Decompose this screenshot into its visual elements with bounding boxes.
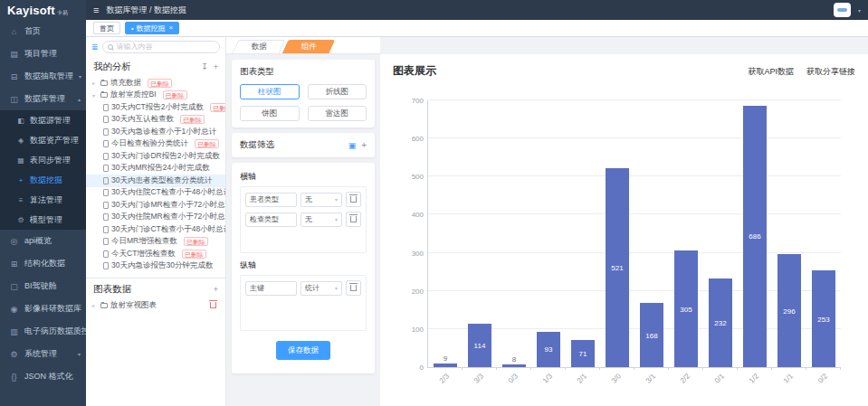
- chart-bar: 305: [674, 250, 697, 367]
- tree-item[interactable]: 30天内住院MR检查小于72小时总计: [86, 212, 225, 224]
- link-获取API数据[interactable]: 获取API数据: [748, 66, 794, 78]
- user-avatar[interactable]: [834, 3, 851, 17]
- tree-item[interactable]: 今天CT增强检查数已删除: [86, 248, 225, 260]
- add-filter-icon[interactable]: +: [361, 140, 367, 150]
- link-获取分享链接[interactable]: 获取分享链接: [806, 66, 855, 78]
- tree-item[interactable]: ▸填充数据已删除: [86, 77, 225, 90]
- axis-agg-select[interactable]: 无▾: [300, 212, 342, 227]
- tree-item[interactable]: 30天内急诊报告30分钟完成数: [86, 260, 225, 273]
- tab-数据挖掘[interactable]: •数据挖掘×: [125, 22, 179, 34]
- chart-bar-slot: 80/3: [497, 100, 531, 367]
- tree-item[interactable]: 30天内患者类型检查分类统计: [86, 175, 225, 187]
- tree-item[interactable]: 30天内门诊DR报告2小时完成数: [86, 150, 225, 163]
- file-icon: [103, 140, 109, 147]
- tab-close-icon[interactable]: ×: [168, 24, 173, 32]
- save-data-button[interactable]: 保存数据: [276, 341, 330, 360]
- chart-data-title: 图表数据: [93, 283, 131, 296]
- sidebar-item-数据抽取管理[interactable]: ⊟数据抽取管理▾: [0, 65, 86, 88]
- analysis-title: 我的分析: [93, 61, 131, 73]
- y-tick-label: 500: [412, 173, 424, 181]
- caret-icon[interactable]: ▸: [92, 80, 98, 86]
- y-tick-label: 400: [412, 211, 424, 219]
- hamburger-icon[interactable]: ≡: [93, 5, 99, 15]
- import-icon[interactable]: ↧: [201, 62, 208, 71]
- config-tab-label: 组件: [300, 42, 316, 52]
- sidebar-item-BI驾驶舱[interactable]: ▢BI驾驶舱: [0, 275, 86, 297]
- search-input[interactable]: [117, 42, 215, 51]
- sidebar-item-label: 数据库管理: [24, 93, 65, 105]
- chart-type-折线图[interactable]: 折线图: [308, 84, 367, 99]
- sidebar-item-数据资产管理[interactable]: ◈数据资产管理: [0, 130, 86, 150]
- axes-card: 横轴 患者类型无▾检查类型无▾ 纵轴 主键统计▾ 保存数据: [232, 163, 375, 373]
- sidebar-item-系统管理[interactable]: ⚙系统管理▾: [0, 343, 86, 365]
- database-icon: ◫: [9, 95, 19, 104]
- y-axis-box: 主键统计▾: [240, 275, 367, 331]
- tree-item[interactable]: ▾放射室质控BI已删除: [86, 90, 225, 102]
- x-axis-tick: [565, 367, 566, 370]
- axis-agg-select[interactable]: 统计▾: [300, 281, 342, 296]
- axis-agg-value: 统计: [305, 283, 320, 293]
- axis-delete-button[interactable]: [346, 212, 361, 227]
- trash-icon[interactable]: [210, 302, 216, 308]
- x-tick-label: 1/2: [748, 372, 760, 384]
- axis-field[interactable]: 主键: [245, 281, 297, 296]
- avatar-chevron-down-icon[interactable]: ▾: [858, 7, 861, 14]
- tab-active-dot-icon: •: [131, 25, 133, 32]
- emr-icon: ▥: [9, 327, 19, 336]
- tree-item[interactable]: 30天内急诊检查小于1小时总计: [86, 126, 225, 138]
- sidebar-item-首页[interactable]: ⌂首页: [0, 20, 86, 42]
- sidebar-item-数据挖掘[interactable]: +数据挖掘: [0, 170, 86, 190]
- tree-item[interactable]: 30天内MR报告24小时完成数: [86, 163, 225, 175]
- sidebar-item-数据源管理[interactable]: ◧数据源管理: [0, 110, 86, 130]
- y-tick-label: 600: [412, 135, 424, 143]
- sidebar-item-api概览[interactable]: ◎api概览: [0, 230, 86, 252]
- panel-menu-icon[interactable]: ≣: [91, 42, 99, 52]
- chart-type-饼图[interactable]: 饼图: [240, 106, 300, 121]
- tree-item[interactable]: ▸放射室视图表: [86, 299, 225, 312]
- axis-field[interactable]: 患者类型: [245, 193, 297, 207]
- tree-item[interactable]: 今日MR增强检查数已删除: [86, 236, 225, 249]
- content: ≣ 我的分析 ↧ + ▸填充数据已删除▾放射室质控BI已删除30天内CT报告2小…: [86, 37, 868, 406]
- filter-icon[interactable]: ▣: [348, 141, 357, 150]
- chevron-down-icon: ▾: [335, 216, 338, 222]
- tree-item-label: 30天内住院MR检查小于72小时总计: [111, 212, 225, 222]
- chart-bar-slot: 92/3: [428, 100, 463, 367]
- axis-field[interactable]: 检查类型: [245, 212, 297, 227]
- tree-item[interactable]: 30天内CT报告2小时完成数已删除: [86, 101, 225, 114]
- sidebar-item-模型管理[interactable]: ⚙模型管理: [0, 210, 86, 230]
- config-tab-数据[interactable]: 数据: [233, 40, 286, 53]
- sidebar-item-影像科研数据库[interactable]: ◉影像科研数据库: [0, 297, 86, 320]
- config-tab-组件[interactable]: 组件: [282, 40, 336, 53]
- sidebar-item-项目管理[interactable]: ▤项目管理: [0, 42, 86, 65]
- tree-item[interactable]: 30天内门诊MR检查小于72小时总计: [86, 199, 225, 212]
- sidebar-item-电子病历数据质控[interactable]: ▥电子病历数据质控: [0, 320, 86, 343]
- tree-item[interactable]: 30天内门诊CT检查小于48小时总计: [86, 223, 225, 236]
- sidebar-item-算法管理[interactable]: ≡算法管理: [0, 190, 86, 210]
- tree-item[interactable]: 30天内互认检查数已删除: [86, 114, 225, 127]
- add-analysis-icon[interactable]: +: [214, 62, 218, 71]
- axis-delete-button[interactable]: [346, 280, 361, 296]
- x-tick-label: 1/1: [782, 372, 795, 384]
- chart-bar-slot: 2530/2: [806, 100, 841, 367]
- brand-logo[interactable]: Kayisoft 卡易: [0, 0, 86, 20]
- axis-agg-select[interactable]: 无▾: [300, 193, 342, 207]
- chevron-down-icon: ▾: [79, 73, 81, 80]
- sidebar-item-结构化数据[interactable]: ⊞结构化数据: [0, 252, 86, 275]
- axis-row: 检查类型无▾: [245, 212, 361, 227]
- tree-item[interactable]: 今日检查检验分类统计已删除: [86, 138, 225, 151]
- caret-icon[interactable]: ▸: [92, 302, 98, 308]
- chart-type-柱状图[interactable]: 柱状图: [240, 84, 300, 99]
- x-axis-tick: [840, 367, 841, 370]
- deleted-badge: 已删除: [148, 79, 172, 88]
- add-chart-data-icon[interactable]: +: [214, 285, 218, 294]
- sidebar-item-JSON 格式化[interactable]: {}JSON 格式化: [0, 365, 86, 388]
- sidebar-item-数据库管理[interactable]: ◫数据库管理▴: [0, 88, 86, 110]
- mining-icon: +: [16, 176, 25, 184]
- extract-icon: ⊟: [9, 72, 19, 81]
- axis-delete-button[interactable]: [346, 192, 361, 207]
- tab-首页[interactable]: 首页: [93, 22, 120, 34]
- tree-item[interactable]: 30天内住院CT检查小于48小时总计: [86, 187, 225, 200]
- chart-type-雷达图[interactable]: 雷达图: [308, 106, 367, 121]
- caret-icon[interactable]: ▾: [92, 92, 98, 99]
- sidebar-item-表同步管理[interactable]: ▦表同步管理: [0, 150, 86, 170]
